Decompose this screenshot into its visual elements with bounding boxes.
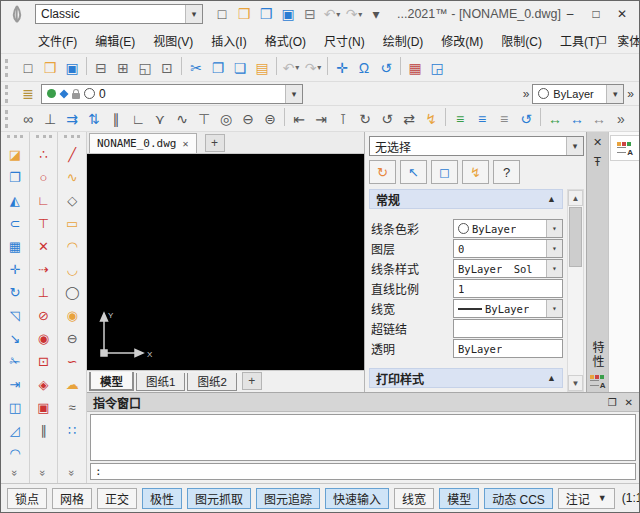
- property-value-field[interactable]: ByLayer Sol ▾: [453, 259, 563, 278]
- properties-scrollbar[interactable]: ▲ ▼: [567, 189, 584, 392]
- revcloud-icon[interactable]: ☁: [60, 373, 84, 396]
- toolbar-more-icon[interactable]: »: [66, 470, 78, 476]
- open-recent-icon[interactable]: ❒▾: [255, 3, 277, 25]
- constraint-horizontal-icon[interactable]: ⇉: [61, 108, 83, 130]
- zoom-previous-icon[interactable]: ↺▾: [375, 57, 397, 79]
- menu-draw[interactable]: 绘制(D): [374, 29, 433, 52]
- tab-layout1[interactable]: 图纸1: [136, 373, 185, 391]
- redo-icon[interactable]: ↷▾: [302, 57, 324, 79]
- color-combo[interactable]: ByLayer ▾: [532, 84, 624, 104]
- layer-on-icon[interactable]: ≡: [449, 108, 471, 130]
- maximize-button[interactable]: □: [583, 4, 609, 24]
- chevron-down-icon[interactable]: ▾: [285, 85, 302, 103]
- temp-track-point-icon[interactable]: ∴: [32, 143, 56, 166]
- snap-from-icon[interactable]: ○: [32, 166, 56, 189]
- property-value-field[interactable]: ByLayer ▾: [453, 339, 563, 358]
- menu-edit[interactable]: 编辑(E): [86, 29, 144, 52]
- dynamic-ccs-button[interactable]: 动态 CCS: [484, 488, 553, 509]
- toolbar-grip[interactable]: [36, 135, 52, 142]
- ortho-button[interactable]: 正交: [97, 488, 137, 509]
- layer-combo[interactable]: 0 ▾: [41, 84, 303, 104]
- new-file-icon[interactable]: □▾: [17, 57, 39, 79]
- quick-select-icon[interactable]: ↻: [369, 160, 396, 184]
- new-tab-button[interactable]: +: [205, 134, 225, 152]
- toolbar-grip[interactable]: [5, 85, 13, 103]
- tangent-icon[interactable]: ⊘: [32, 304, 56, 327]
- workspace-combo[interactable]: Classic ▾: [35, 4, 203, 24]
- constraint-equal-icon[interactable]: ⊜: [259, 108, 281, 130]
- arc-icon[interactable]: ◠: [60, 235, 84, 258]
- menu-modify[interactable]: 修改(M): [432, 29, 492, 52]
- node-icon[interactable]: ⊡: [32, 350, 56, 373]
- dim-linear-icon[interactable]: ⇤: [288, 108, 310, 130]
- constraint-coincident-icon[interactable]: ∞: [17, 108, 39, 130]
- constraint-tangent-icon[interactable]: ⋎: [149, 108, 171, 130]
- chevron-down-icon[interactable]: ▾: [566, 137, 583, 155]
- explorer-icon[interactable]: ◲▾: [426, 57, 448, 79]
- dim-diameter-icon[interactable]: ⇄: [398, 108, 420, 130]
- perpendicular-icon[interactable]: ⊥: [32, 281, 56, 304]
- scroll-down-icon[interactable]: ▼: [568, 375, 583, 391]
- plot-icon[interactable]: ⊟▾: [299, 3, 321, 25]
- polar-button[interactable]: 极性: [142, 488, 182, 509]
- scrollbar-thumb[interactable]: [569, 207, 582, 267]
- paste-icon[interactable]: ❏▾: [229, 57, 251, 79]
- property-value-field[interactable]: ▾: [453, 319, 563, 338]
- intersection-icon[interactable]: ✕: [32, 235, 56, 258]
- open-file-icon[interactable]: ❒▾: [39, 57, 61, 79]
- dim-radius-icon[interactable]: ↺: [376, 108, 398, 130]
- collapse-icon[interactable]: ▲: [547, 194, 556, 204]
- command-history[interactable]: [90, 414, 636, 461]
- property-value-field[interactable]: ByLayer ▾: [453, 299, 563, 318]
- midpoint-icon[interactable]: ⊤: [32, 212, 56, 235]
- property-value-field[interactable]: ByLayer ▾: [453, 219, 563, 238]
- layer-freeze-icon[interactable]: ≡: [471, 108, 493, 130]
- new-layout-button[interactable]: +: [242, 372, 262, 390]
- save-icon[interactable]: ▣▾: [61, 57, 83, 79]
- annotation-dropdown[interactable]: 注记 ▼: [558, 488, 615, 509]
- quick-input-button[interactable]: 快速输入: [325, 488, 389, 509]
- dropdown-arrow-icon[interactable]: ▾: [295, 63, 299, 72]
- float-panel-icon[interactable]: ❐: [608, 397, 617, 408]
- menu-view[interactable]: 视图(V): [144, 29, 202, 52]
- close-palette-icon[interactable]: ✕: [593, 136, 602, 149]
- dim-horizontal-icon[interactable]: ⇥: [310, 108, 332, 130]
- print-preview-icon[interactable]: ◱▾: [134, 57, 156, 79]
- undo-icon[interactable]: ↶▾: [321, 3, 343, 25]
- endpoint-icon[interactable]: ∟: [32, 189, 56, 212]
- menu-constraint[interactable]: 限制(C): [492, 29, 551, 52]
- toolbar-grip[interactable]: [5, 110, 13, 128]
- dropdown-arrow-icon[interactable]: ▾: [358, 10, 362, 19]
- polyline-icon[interactable]: ∿: [60, 166, 84, 189]
- model-button[interactable]: 模型: [439, 488, 479, 509]
- layer-restore-icon[interactable]: ↺: [515, 108, 537, 130]
- constraint-perpendicular-icon[interactable]: ∟: [127, 108, 149, 130]
- lineweight-button[interactable]: 线宽: [394, 488, 434, 509]
- toolbar-overflow[interactable]: »: [610, 108, 632, 130]
- open-file-icon[interactable]: ❒▾: [233, 3, 255, 25]
- toolbar-grip[interactable]: [5, 59, 13, 77]
- toolbar-more-icon[interactable]: »: [38, 470, 50, 476]
- constraint-parallel-icon[interactable]: ∥: [105, 108, 127, 130]
- collapse-icon[interactable]: ▲: [547, 373, 556, 383]
- circle-icon[interactable]: ◯: [60, 281, 84, 304]
- quadrant-icon[interactable]: ◈: [32, 373, 56, 396]
- insert-icon[interactable]: ▣: [32, 396, 56, 419]
- mirror-icon[interactable]: ◭: [3, 189, 27, 212]
- box-select-icon[interactable]: ◻: [431, 160, 458, 184]
- toolbar-more-icon[interactable]: »: [9, 470, 21, 476]
- menu-insert[interactable]: 插入(I): [202, 29, 255, 52]
- trim-icon[interactable]: ✁: [3, 350, 27, 373]
- tab-layout2[interactable]: 图纸2: [187, 373, 236, 391]
- toolbar-grip[interactable]: [64, 135, 80, 142]
- grid-button[interactable]: 网格: [52, 488, 92, 509]
- fillet-icon[interactable]: ◠: [3, 442, 27, 465]
- print-settings-icon[interactable]: ⊞▾: [112, 57, 134, 79]
- mdi-minimize-button[interactable]: –: [571, 32, 589, 48]
- move-icon[interactable]: ✛: [3, 258, 27, 281]
- select-object-icon[interactable]: ↖: [400, 160, 427, 184]
- circle-2point-icon[interactable]: ◉: [60, 304, 84, 327]
- snap-button[interactable]: 锁点: [7, 488, 47, 509]
- layer-lock-icon[interactable]: ≡: [493, 108, 515, 130]
- multiline-icon[interactable]: ≈: [60, 396, 84, 419]
